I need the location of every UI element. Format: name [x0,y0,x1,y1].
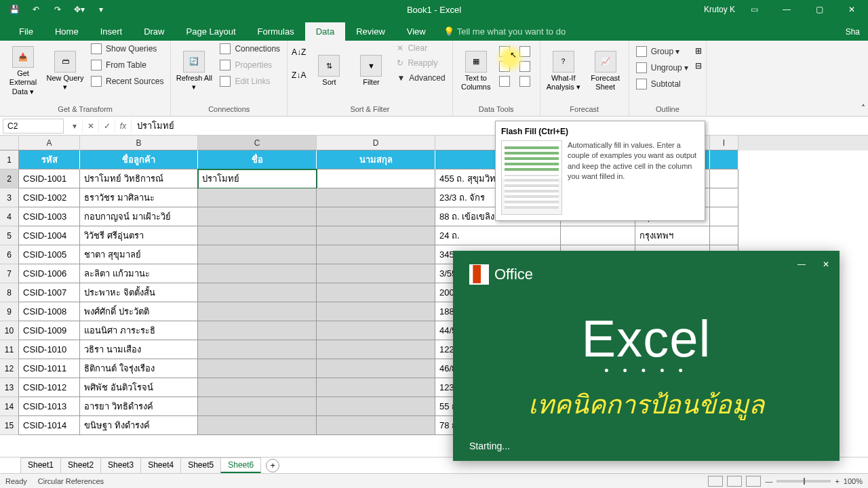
maximize-button[interactable]: ▢ [806,0,833,19]
cell[interactable] [317,340,435,359]
cell[interactable] [710,226,738,245]
cell[interactable] [198,416,317,435]
tab-page-layout[interactable]: Page Layout [176,22,247,41]
cell[interactable]: CSID-1010 [19,340,80,359]
cell[interactable] [198,188,317,207]
manage-data-model-icon[interactable] [519,76,530,87]
row-header-14[interactable]: 14 [0,397,19,416]
cell[interactable] [317,188,435,207]
row-header-4[interactable]: 4 [0,207,19,226]
cell[interactable]: CSID-1002 [19,188,80,207]
select-all-corner[interactable] [0,136,19,150]
col-header-A[interactable]: A [19,136,80,150]
col-header-I[interactable]: I [710,136,738,150]
tab-view[interactable]: View [396,22,437,41]
row-header-3[interactable]: 3 [0,188,19,207]
data-validation-icon[interactable] [499,76,510,87]
edit-links-button[interactable]: Edit Links [217,75,283,88]
cell[interactable] [317,378,435,397]
cell[interactable] [710,188,738,207]
table-header[interactable]: นามสกุล [317,150,435,169]
page-break-view-icon[interactable] [746,476,761,487]
row-header-10[interactable]: 10 [0,321,19,340]
cell[interactable] [198,321,317,340]
cell[interactable]: ชาตา สุขุมาลย์ [80,245,198,264]
cell[interactable] [198,207,317,226]
advanced-button[interactable]: ▼Advanced [394,72,448,84]
refresh-all-button[interactable]: 🔄Refresh All ▾ [175,42,213,100]
row-header-13[interactable]: 13 [0,378,19,397]
name-box[interactable] [3,119,64,134]
col-header-D[interactable]: D [317,136,435,150]
cell[interactable]: CSID-1007 [19,283,80,302]
subtotal-button[interactable]: Subtotal [633,77,691,91]
cell[interactable] [317,245,435,264]
cell[interactable] [198,359,317,378]
cell[interactable] [198,378,317,397]
cell[interactable] [198,264,317,283]
cell[interactable]: CSID-1003 [19,207,80,226]
cell[interactable]: CSID-1005 [19,245,80,264]
cancel-icon[interactable]: ✕ [83,119,99,134]
namebox-dropdown-icon[interactable]: ▾ [66,119,83,134]
cell[interactable]: CSID-1004 [19,226,80,245]
cell[interactable]: อารยา วิทธิดำรงค์ [80,397,198,416]
tab-file[interactable]: File [8,22,44,41]
table-header[interactable]: รหัส [19,150,80,169]
cell[interactable]: ธราวัชร มาศิลานะ [80,188,198,207]
sheet-tab-sheet2[interactable]: Sheet2 [60,458,101,473]
ribbon-options-icon[interactable]: ▭ [741,0,768,19]
redo-icon[interactable]: ↷ [50,2,65,17]
row-header-15[interactable]: 15 [0,416,19,435]
tab-home[interactable]: Home [44,22,90,41]
sheet-tab-sheet6[interactable]: Sheet6 [220,458,261,473]
cell[interactable]: กอบกาญจน์ มาเฝ้าะวิย์ [80,207,198,226]
cell[interactable] [710,207,738,226]
zoom-in-icon[interactable]: + [835,477,839,485]
cell[interactable]: พงศ์ศักดิ์ ประวัตติ [80,302,198,321]
enter-icon[interactable]: ✓ [99,119,115,134]
row-header-5[interactable]: 5 [0,226,19,245]
cell[interactable] [317,321,435,340]
cell[interactable] [198,340,317,359]
cell[interactable]: CSID-1009 [19,321,80,340]
cell[interactable]: CSID-1006 [19,264,80,283]
cell[interactable] [561,226,635,245]
forecast-sheet-button[interactable]: 📈Forecast Sheet [587,42,625,100]
save-icon[interactable]: 💾 [7,2,22,17]
sheet-tab-sheet1[interactable]: Sheet1 [20,458,61,473]
cell[interactable]: ปราโมทย์ วิทธิการณ์ [80,169,198,188]
cell[interactable] [198,397,317,416]
sheet-tab-sheet4[interactable]: Sheet4 [140,458,181,473]
row-header-9[interactable]: 9 [0,302,19,321]
cell[interactable]: 24 ถ. [435,226,561,245]
row-header-6[interactable]: 6 [0,245,19,264]
touch-mode-icon[interactable]: ✥▾ [72,2,87,17]
col-header-C[interactable]: C [198,136,317,150]
from-table-button[interactable]: From Table [88,58,166,72]
cell[interactable] [317,397,435,416]
cell[interactable] [317,226,435,245]
cell[interactable]: ละลิตา แก้วมานะ [80,264,198,283]
col-header-B[interactable]: B [80,136,198,150]
sort-desc-icon[interactable]: Z↓A [292,70,306,80]
cell[interactable]: CSID-1008 [19,302,80,321]
row-header-1[interactable]: 1 [0,150,19,169]
cell[interactable]: วธิรา นามเสือง [80,340,198,359]
filter-button[interactable]: ▼Filter [352,42,390,100]
cell[interactable] [198,245,317,264]
undo-icon[interactable]: ↶ [28,2,43,17]
sort-asc-icon[interactable]: A↓Z [292,47,306,57]
row-header-7[interactable]: 7 [0,264,19,283]
zoom-level[interactable]: 100% [844,477,863,485]
zoom-slider[interactable] [776,480,831,483]
hide-detail-icon[interactable]: ⊟ [695,61,702,70]
sheet-tab-sheet3[interactable]: Sheet3 [100,458,141,473]
tab-data[interactable]: Data [305,22,345,41]
text-to-columns-button[interactable]: ▦Text to Columns [457,42,495,100]
row-header-11[interactable]: 11 [0,340,19,359]
cell[interactable] [317,302,435,321]
cell[interactable]: ธิติกานต์ ใจรุ่งเรือง [80,359,198,378]
row-header-12[interactable]: 12 [0,359,19,378]
show-queries-button[interactable]: Show Queries [88,42,166,56]
